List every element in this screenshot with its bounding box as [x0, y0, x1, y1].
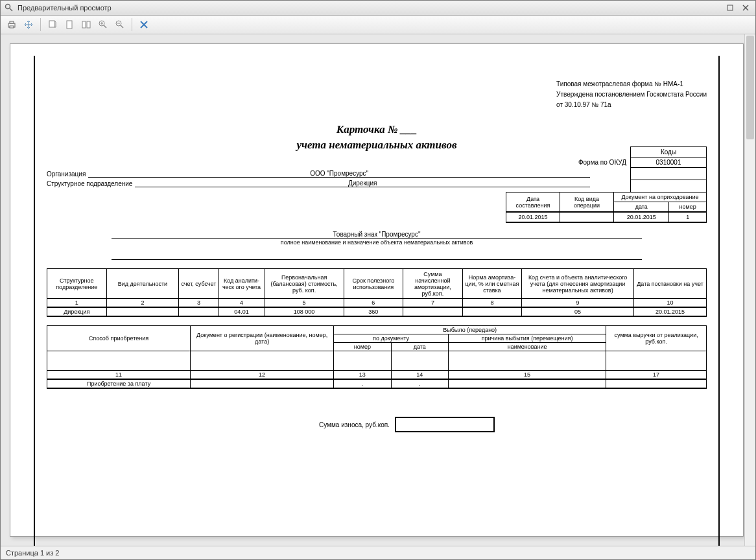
minimize-button[interactable] — [724, 3, 736, 12]
sn0: 11 — [47, 371, 191, 380]
hdr-op-val — [560, 212, 614, 222]
titlebar: Предварительный просмотр — [1, 1, 755, 16]
sn5: 17 — [606, 371, 707, 380]
mn5: 6 — [344, 299, 403, 308]
sr3: . — [391, 379, 448, 388]
tm-block: Товарный знак "Промресурс" полное наимен… — [112, 231, 642, 246]
sc-sum: сумма выручки от реализации, руб.коп. — [606, 326, 707, 351]
page-indicator: Страница 1 из 2 — [6, 549, 59, 557]
page-fit-icon[interactable] — [45, 18, 60, 32]
hdr-date-label: Дата составления — [506, 192, 560, 213]
sc-num: номер — [334, 343, 391, 351]
mc8: Код счета и объекта аналитического учета… — [522, 269, 634, 299]
mc5: Срок полезного использования — [344, 269, 403, 299]
sn4: 15 — [449, 371, 606, 380]
sr5 — [606, 379, 707, 388]
main-table: Структурное подразделение Вид деятельнос… — [47, 268, 707, 317]
mn4: 5 — [265, 299, 344, 308]
mc1: Вид деятельности — [106, 269, 179, 299]
sc-name: наименование — [449, 343, 606, 351]
toolbar — [1, 16, 755, 34]
tm-caption: полное наименование и назначение объекта… — [281, 239, 473, 246]
mn2: 3 — [179, 299, 219, 308]
hdr-doc-date-val: 20.01.2015 — [614, 212, 669, 222]
mr2 — [179, 307, 219, 316]
sc-reg: Документ о регистрации (наименование, но… — [191, 326, 334, 351]
hdr-doc-label: Документ на оприходование — [614, 192, 707, 202]
svg-rect-10 — [82, 21, 86, 28]
title-l1: Карточка № ___ — [34, 122, 720, 137]
mr6 — [403, 307, 463, 316]
header-table: Дата составления Код вида операции Докум… — [506, 192, 707, 223]
mn8: 9 — [522, 299, 634, 308]
sc-acq: Способ приобретения — [47, 326, 191, 351]
separator — [40, 18, 41, 31]
sc-out: Выбыло (передано) — [334, 326, 606, 334]
sc-bydoc: по документу — [334, 334, 449, 343]
sr1 — [191, 379, 334, 388]
sr2: . — [334, 379, 391, 388]
preview-window: Предварительный просмотр — [0, 0, 756, 560]
mn9: 10 — [634, 299, 707, 308]
org-label: Организация — [47, 170, 86, 178]
move-icon[interactable] — [21, 18, 36, 32]
sc-date: дата — [391, 343, 448, 351]
sn2: 13 — [334, 371, 391, 380]
svg-rect-7 — [10, 26, 14, 28]
mn7: 8 — [462, 299, 522, 308]
mr3: 04.01 — [219, 307, 265, 316]
form-info: Типовая межотраслевая форма № НМА-1 Утве… — [556, 79, 707, 110]
mc4: Первоначальная (балансовая) стоимость, р… — [265, 269, 344, 299]
mr7 — [462, 307, 522, 316]
mc3: Код аналити-ческ ого учета — [219, 269, 265, 299]
vertical-scrollbar[interactable] — [744, 34, 755, 546]
svg-rect-2 — [727, 5, 733, 10]
app-icon — [5, 3, 14, 12]
page: Типовая межотраслевая форма № НМА-1 Утве… — [10, 43, 744, 537]
secondary-table: Способ приобретения Документ о регистрац… — [47, 325, 707, 389]
org-value: ООО "Промресурс" — [88, 170, 590, 178]
okud-label: Форма по ОКУД — [573, 158, 631, 168]
page-multi-icon[interactable] — [79, 18, 93, 32]
svg-point-0 — [6, 5, 10, 9]
wear-label: Сумма износа, руб.коп. — [319, 421, 390, 428]
hdr-date-val: 20.01.2015 — [506, 212, 560, 222]
sn3: 14 — [391, 371, 448, 380]
statusbar: Страница 1 из 2 — [1, 546, 755, 559]
svg-rect-8 — [49, 21, 54, 27]
codes-box: Коды Форма по ОКУД0310001 — [573, 146, 707, 192]
mn0: 1 — [47, 299, 107, 308]
svg-rect-6 — [10, 21, 14, 23]
dept-label: Структурное подразделение — [47, 180, 132, 187]
sc-reason: причина выбытия (перемещения) — [449, 334, 606, 343]
svg-rect-9 — [67, 21, 72, 29]
codes-header: Коды — [631, 147, 707, 158]
mc9: Дата постановки на учет — [634, 269, 707, 299]
sr4 — [449, 379, 606, 388]
tm-blank-line — [112, 251, 642, 260]
mn6: 7 — [403, 299, 463, 308]
zoom-in-icon[interactable] — [96, 18, 110, 32]
org-lines: Организация ООО "Промресурс" Структурное… — [47, 170, 590, 189]
print-icon[interactable] — [5, 18, 19, 32]
sn1: 12 — [191, 371, 334, 380]
scrollbar-thumb[interactable] — [746, 36, 754, 139]
zoom-out-icon[interactable] — [113, 18, 127, 32]
hdr-op-label: Код вида операции — [560, 192, 614, 213]
page-viewport: Типовая межотраслевая форма № НМА-1 Утве… — [1, 34, 755, 546]
dept-value: Дирекция — [135, 180, 590, 187]
mc7: Норма амортиза-ции, % или сметная ставка — [462, 269, 522, 299]
mc6: Сумма начисленной амортизации, руб.коп. — [403, 269, 463, 299]
close-doc-icon[interactable] — [137, 18, 151, 32]
svg-line-17 — [121, 25, 123, 28]
mr4: 108 000 — [265, 307, 344, 316]
close-button[interactable] — [740, 3, 751, 12]
form-line1: Типовая межотраслевая форма № НМА-1 — [556, 79, 707, 89]
mn1: 2 — [106, 299, 179, 308]
mr1 — [106, 307, 179, 316]
wear-row: Сумма износа, руб.коп. — [319, 417, 495, 432]
hdr-sub-date: дата — [614, 202, 669, 213]
form-line3: от 30.10.97 № 71а — [556, 100, 707, 110]
page-one-icon[interactable] — [62, 18, 77, 32]
sr0: Приобретение за плату — [47, 379, 191, 388]
